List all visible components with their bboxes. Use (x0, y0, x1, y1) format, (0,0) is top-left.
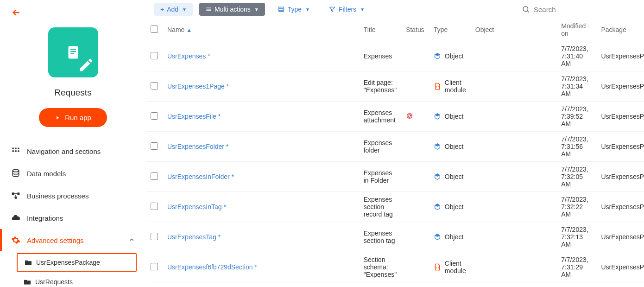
row-status (401, 71, 429, 102)
row-modified: 7/7/2023, 7:39:52 AM (556, 102, 596, 132)
process-icon (11, 191, 20, 200)
run-app-label: Run app (65, 114, 91, 121)
row-status (401, 132, 429, 162)
row-checkbox[interactable] (151, 112, 158, 120)
row-object (471, 252, 556, 282)
row-checkbox[interactable] (151, 172, 158, 180)
table-row[interactable]: UsrExpensesFolder * Expenses folder Obje… (146, 132, 644, 162)
multi-actions-button[interactable]: Multi actions ▼ (199, 3, 265, 16)
table-row[interactable]: UsrExpenses * Expenses Object 7/7/2023, … (146, 41, 644, 71)
row-type: Object (434, 203, 466, 210)
caret-down-icon: ▼ (182, 7, 187, 12)
sync-icon (406, 112, 413, 120)
row-checkbox[interactable] (151, 263, 158, 270)
row-name-link[interactable]: UsrExpensesTag * (167, 233, 221, 241)
folder-icon (23, 279, 32, 285)
svg-rect-4 (13, 148, 14, 149)
row-checkbox[interactable] (151, 52, 158, 59)
row-type: Object (434, 233, 466, 241)
row-status (401, 222, 429, 252)
col-object[interactable]: Object (471, 19, 556, 41)
row-object (471, 192, 556, 222)
row-modified: 7/7/2023, 7:31:40 AM (556, 41, 596, 71)
row-name-link[interactable]: UsrExpenses1Page * (167, 83, 229, 90)
col-type[interactable]: Type (429, 19, 471, 41)
folder-icon (24, 259, 32, 266)
nav-item-grid[interactable]: Navigation and sections (0, 140, 146, 162)
row-package: UsrExpensesPackage (596, 71, 644, 102)
page-code-icon (434, 263, 441, 271)
filter-icon (328, 6, 336, 13)
table-wrap[interactable]: Name ▲ Title Status Type Object Modified… (146, 19, 644, 287)
col-status[interactable]: Status (401, 19, 429, 41)
row-object: SysAdminUnitInWorkplace (471, 282, 556, 287)
caret-down-icon: ▼ (360, 7, 365, 12)
table-row[interactable]: UsrExpensesTag * Expenses section tag Ob… (146, 222, 644, 252)
select-all-checkbox[interactable] (151, 26, 158, 33)
row-status (401, 282, 429, 287)
row-modified: 7/7/2023, 7:32:22 AM (556, 192, 596, 222)
row-modified: 7/7/2023, 7:32:05 AM (556, 162, 596, 192)
run-app-button[interactable]: Run app (39, 108, 107, 127)
row-package: UsrExpensesPackage (596, 192, 644, 222)
row-name-link[interactable]: UsrExpensesf6fb729dSection * (167, 263, 257, 271)
row-checkbox[interactable] (151, 203, 158, 210)
edit-pencil-icon[interactable] (78, 57, 95, 75)
search-icon[interactable] (522, 5, 530, 13)
package-item[interactable]: UsrRequests (17, 274, 137, 287)
cube-icon (434, 52, 441, 60)
col-modified[interactable]: Modified on (556, 19, 596, 41)
row-checkbox[interactable] (151, 142, 158, 150)
row-title: Expenses section record tag (359, 192, 401, 222)
svg-rect-2 (70, 51, 76, 52)
row-title: Section schema: "Expenses" (359, 252, 401, 282)
row-title: Expenses (359, 41, 401, 71)
table-row[interactable]: UsrExpenses1Page * Edit page: "Expenses"… (146, 71, 644, 102)
back-arrow[interactable] (0, 7, 146, 24)
nav-item-cloud[interactable]: Integrations (0, 207, 146, 229)
col-title[interactable]: Title (359, 19, 401, 41)
table-row[interactable]: UsrExpensesInTag * Expenses section reco… (146, 192, 644, 222)
row-name-link[interactable]: UsrExpensesFile * (167, 113, 221, 120)
row-name-link[interactable]: UsrExpenses * (167, 52, 210, 60)
cube-icon (434, 143, 441, 150)
nav-item-process[interactable]: Business processes (0, 185, 146, 207)
row-checkbox[interactable] (151, 82, 158, 89)
row-name-link[interactable]: UsrExpensesInFolder * (167, 173, 234, 180)
row-package: UsrExpensesPackage (596, 162, 644, 192)
filters-button[interactable]: Filters ▼ (322, 3, 371, 16)
search-input[interactable] (534, 6, 636, 13)
row-status (401, 252, 429, 282)
row-package: UsrExpensesPackage (596, 102, 644, 132)
add-button[interactable]: + Add ▼ (154, 3, 193, 16)
svg-rect-14 (278, 7, 284, 8)
row-package: UsrExpensesPackage (596, 222, 644, 252)
row-checkbox[interactable] (151, 233, 158, 240)
nav-item-gear[interactable]: Advanced settings (0, 229, 146, 251)
col-package[interactable]: Package (596, 19, 644, 41)
row-status (401, 162, 429, 192)
svg-rect-3 (70, 53, 74, 54)
package-item[interactable]: UsrExpensesPackage (17, 253, 137, 272)
table-row[interactable]: UsrExpensesInFolder * Expenses in Folder… (146, 162, 644, 192)
cube-icon (434, 173, 441, 180)
page-code-icon (434, 83, 441, 90)
stack-icon (278, 6, 285, 13)
row-status (401, 102, 429, 132)
row-name-link[interactable]: UsrExpensesFolder * (167, 143, 228, 150)
row-object (471, 162, 556, 192)
table-row[interactable]: UsrExpensesFile * Expenses attachment Ob… (146, 102, 644, 132)
svg-rect-5 (15, 148, 16, 149)
type-filter-button[interactable]: Type ▼ (271, 3, 316, 16)
row-name-link[interactable]: UsrExpensesInTag * (167, 203, 226, 210)
table-row[interactable]: UsrExpensesf6fb729dSection * Section sch… (146, 252, 644, 282)
nav-label: Navigation and sections (27, 147, 101, 155)
row-package: UsrExpensesPackage (596, 252, 644, 282)
table-row[interactable]: SysAdminUnitInWorkplace_MyApps Data SysA… (146, 282, 644, 287)
nav-item-database[interactable]: Data models (0, 162, 146, 185)
grid-icon (11, 147, 20, 156)
app-title: Requests (0, 88, 146, 98)
col-name[interactable]: Name ▲ (163, 19, 359, 41)
row-title (359, 282, 401, 287)
app-icon[interactable] (48, 27, 98, 77)
